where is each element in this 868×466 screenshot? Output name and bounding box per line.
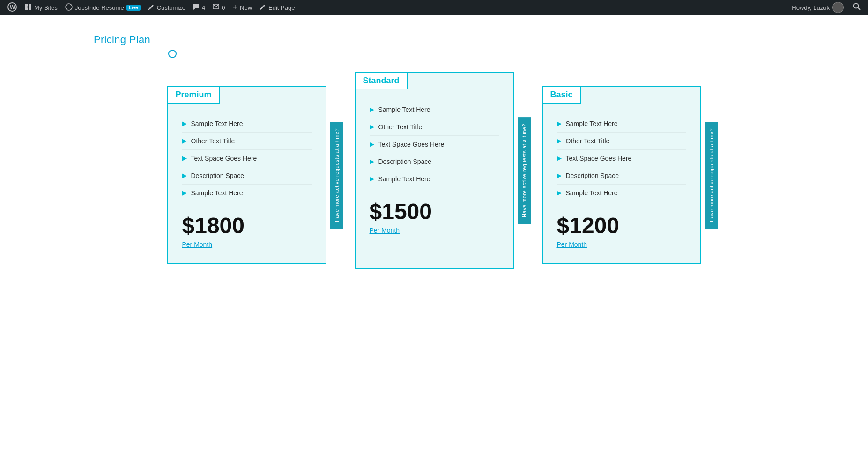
adminbar-right: Howdy, Luzuk	[788, 2, 864, 13]
standard-price: $1500	[370, 199, 499, 224]
pricing-plan-section: Pricing Plan	[94, 34, 774, 58]
comments-count: 4	[202, 4, 205, 11]
list-item: ▶Other Text Title	[370, 118, 499, 136]
basic-title: Basic	[542, 86, 581, 104]
list-item: ▶Text Space Goes Here	[557, 150, 686, 167]
arrow-icon: ▶	[557, 190, 561, 196]
list-item: ▶Sample Text Here	[182, 185, 312, 201]
list-item: ▶Other Text Title	[557, 133, 686, 150]
standard-features: ▶Sample Text Here ▶Other Text Title ▶Tex…	[370, 101, 499, 187]
premium-title: Premium	[167, 86, 220, 104]
arrow-icon: ▶	[182, 138, 186, 144]
plus-icon: +	[233, 3, 238, 13]
list-item: ▶Sample Text Here	[557, 185, 686, 201]
avatar	[832, 2, 844, 13]
basic-features: ▶Sample Text Here ▶Other Text Title ▶Tex…	[557, 115, 686, 201]
messages-count: 0	[222, 4, 225, 11]
site-name-menu[interactable]: Jobstride Resume Live	[61, 0, 144, 15]
my-sites-menu[interactable]: My Sites	[21, 0, 61, 15]
list-item: ▶Other Text Title	[182, 133, 312, 150]
arrow-icon: ▶	[370, 176, 374, 182]
pricing-plan-title: Pricing Plan	[94, 34, 774, 46]
new-label: New	[240, 4, 252, 11]
list-item: ▶Sample Text Here	[370, 170, 499, 187]
standard-per-month[interactable]: Per Month	[370, 227, 400, 234]
arrow-icon: ▶	[557, 172, 561, 179]
arrow-icon: ▶	[370, 158, 374, 165]
live-badge: Live	[126, 5, 141, 11]
standard-title: Standard	[355, 72, 408, 89]
edit-page-label: Edit Page	[268, 4, 295, 11]
customize-icon	[148, 4, 155, 12]
list-item: ▶Description Space	[557, 167, 686, 185]
arrow-icon: ▶	[557, 155, 561, 162]
arrow-icon: ▶	[557, 120, 561, 127]
arrow-icon: ▶	[182, 120, 186, 127]
premium-side-tab[interactable]: Have more active requests at a time?	[330, 121, 343, 228]
site-name-label: Jobstride Resume	[75, 4, 124, 11]
list-item: ▶Sample Text Here	[370, 101, 499, 118]
page-body: Pricing Plan Premium ▶Sample Text Here ▶…	[0, 15, 868, 466]
new-menu[interactable]: + New	[229, 0, 256, 15]
svg-text:W: W	[10, 4, 15, 11]
basic-card: Basic ▶Sample Text Here ▶Other Text Titl…	[542, 86, 701, 264]
cards-container: Premium ▶Sample Text Here ▶Other Text Ti…	[94, 77, 774, 278]
svg-rect-3	[29, 4, 31, 7]
list-item: ▶Description Space	[370, 153, 499, 170]
basic-per-month[interactable]: Per Month	[557, 241, 587, 248]
list-item: ▶Text Space Goes Here	[370, 136, 499, 153]
standard-side-tab[interactable]: Have more active requests at a time?	[518, 117, 531, 224]
svg-line-8	[858, 7, 861, 10]
basic-price: $1200	[557, 213, 686, 238]
premium-price: $1800	[182, 213, 312, 238]
wp-icon: W	[7, 2, 17, 13]
my-sites-icon	[24, 3, 32, 12]
edit-page-menu[interactable]: Edit Page	[256, 0, 298, 15]
svg-point-6	[66, 4, 72, 10]
howdy-menu[interactable]: Howdy, Luzuk	[788, 2, 847, 13]
arrow-icon: ▶	[370, 141, 374, 148]
messages-icon	[213, 4, 219, 12]
site-icon	[65, 3, 73, 12]
arrow-icon: ▶	[370, 124, 374, 130]
howdy-text: Howdy, Luzuk	[792, 4, 830, 11]
standard-card: Standard ▶Sample Text Here ▶Other Text T…	[355, 72, 514, 269]
svg-point-7	[854, 3, 859, 8]
svg-rect-4	[25, 7, 28, 10]
wp-logo[interactable]: W	[4, 0, 21, 15]
arrow-icon: ▶	[182, 172, 186, 179]
comments-menu[interactable]: 4	[189, 0, 209, 15]
list-item: ▶Text Space Goes Here	[182, 150, 312, 167]
premium-card: Premium ▶Sample Text Here ▶Other Text Ti…	[167, 86, 326, 264]
arrow-icon: ▶	[557, 138, 561, 144]
pricing-plan-underline	[94, 50, 774, 58]
list-item: ▶Description Space	[182, 167, 312, 185]
underline-circle	[168, 50, 177, 58]
arrow-icon: ▶	[182, 190, 186, 196]
admin-bar: W My Sites Jobstride Resume Live Customi…	[0, 0, 868, 15]
premium-per-month[interactable]: Per Month	[182, 241, 213, 248]
my-sites-label: My Sites	[34, 4, 58, 11]
list-item: ▶Sample Text Here	[182, 115, 312, 133]
svg-rect-5	[29, 7, 31, 10]
comments-icon	[193, 4, 200, 12]
premium-features: ▶Sample Text Here ▶Other Text Title ▶Tex…	[182, 115, 312, 201]
underline-line	[94, 54, 169, 54]
svg-rect-2	[25, 4, 28, 7]
search-icon[interactable]	[849, 3, 864, 13]
messages-menu[interactable]: 0	[209, 0, 229, 15]
arrow-icon: ▶	[370, 106, 374, 113]
arrow-icon: ▶	[182, 155, 186, 162]
customize-label: Customize	[157, 4, 185, 11]
customize-menu[interactable]: Customize	[144, 0, 189, 15]
list-item: ▶Sample Text Here	[557, 115, 686, 133]
edit-icon	[260, 4, 266, 12]
basic-side-tab[interactable]: Have more active requests at a time?	[705, 121, 718, 228]
